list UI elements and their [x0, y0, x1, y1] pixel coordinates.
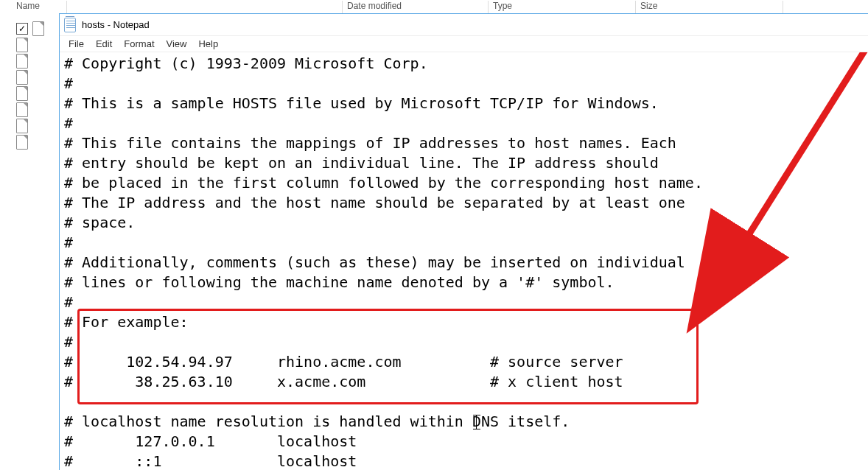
file-icon [16, 135, 28, 150]
file-row[interactable] [0, 134, 57, 150]
column-header-name[interactable]: Name [12, 1, 67, 14]
menubar: File Edit Format View Help [60, 36, 868, 52]
notepad-window: hosts - Notepad File Edit Format View He… [59, 13, 868, 470]
file-icon [16, 38, 28, 52]
file-icon [16, 54, 28, 69]
notepad-icon [64, 17, 77, 33]
file-row[interactable]: ✓ [0, 21, 57, 37]
file-icon [16, 70, 28, 85]
file-row[interactable] [0, 37, 57, 53]
file-icon [16, 119, 28, 133]
column-header-type[interactable]: Type [489, 1, 636, 14]
file-row[interactable] [0, 69, 57, 85]
explorer-file-strip: ✓ [0, 21, 57, 150]
file-row[interactable] [0, 53, 57, 69]
window-title: hosts - Notepad [82, 19, 150, 30]
file-icon [32, 21, 44, 36]
editor-content[interactable]: # Copyright (c) 1993-2009 Microsoft Corp… [60, 52, 868, 470]
menu-edit[interactable]: Edit [90, 37, 118, 51]
menu-view[interactable]: View [161, 37, 193, 51]
menu-file[interactable]: File [63, 37, 90, 51]
checkbox-icon[interactable]: ✓ [16, 23, 28, 35]
explorer-column-headers: Name Date modified Type Size [0, 0, 868, 15]
text-editor-area[interactable]: # Copyright (c) 1993-2009 Microsoft Corp… [60, 52, 868, 470]
menu-help[interactable]: Help [192, 37, 224, 51]
file-icon [16, 102, 28, 117]
file-icon [16, 86, 28, 101]
column-header-date[interactable]: Date modified [343, 1, 489, 14]
menu-format[interactable]: Format [118, 37, 160, 51]
file-row[interactable] [0, 118, 57, 134]
file-row[interactable] [0, 102, 57, 118]
file-row[interactable] [0, 85, 57, 102]
window-titlebar[interactable]: hosts - Notepad [60, 14, 868, 36]
column-header-size[interactable]: Size [636, 1, 783, 14]
